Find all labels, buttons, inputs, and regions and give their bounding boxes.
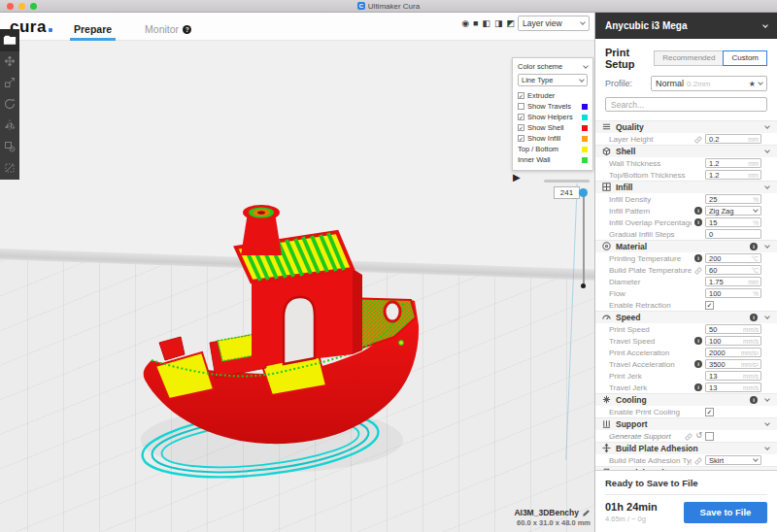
rotate-tool-icon [4, 96, 16, 114]
tab-monitor[interactable]: Monitor ? [141, 23, 195, 41]
link-icon[interactable] [694, 451, 702, 469]
info-icon[interactable]: i [694, 207, 702, 215]
link-icon[interactable] [685, 427, 693, 445]
color-scheme-dropdown[interactable]: Line Type [518, 74, 588, 86]
settings-section-quality[interactable]: Quality [595, 120, 777, 133]
flow-input[interactable]: 100% [705, 288, 761, 298]
settings-section-speed[interactable]: Speedi [595, 311, 777, 323]
build-plate-adhesion-type-dropdown[interactable]: Skirt [705, 455, 761, 465]
layer-slider-track[interactable] [583, 192, 585, 287]
enable-print-cooling-checkbox[interactable]: ✓ [705, 408, 714, 416]
travel-acceleration-input[interactable]: 3500mm/s² [705, 359, 761, 369]
profile-dropdown[interactable]: Normal 0.2mm ★ [651, 76, 767, 91]
recommended-mode-button[interactable]: Recommended [654, 50, 724, 66]
current-layer-value[interactable]: 241 [554, 186, 580, 199]
setting-control: 100% [705, 288, 761, 298]
settings-section-material[interactable]: Materiali [595, 240, 777, 252]
simulation-path-slider[interactable] [544, 180, 590, 183]
chevron-down-icon [764, 243, 770, 249]
travel-jerk-input[interactable]: 13mm/s [705, 382, 761, 392]
chevron-down-icon [764, 445, 770, 450]
print-speed-input[interactable]: 50mm/s [705, 324, 761, 334]
build-plate-temperature-input[interactable]: 60°C [705, 265, 761, 275]
scale-tool-button[interactable] [0, 73, 19, 94]
settings-search-input[interactable] [605, 97, 767, 112]
setting-row-travel-acceleration: Travel Accelerationi3500mm/s² [595, 358, 777, 370]
open-file-button[interactable] [0, 29, 19, 51]
benchy-model[interactable] [136, 189, 456, 481]
setting-control: Skirt [705, 455, 761, 465]
tool-sidebar [0, 29, 19, 180]
layer-slider-upper-handle[interactable] [579, 188, 588, 197]
setting-row-top-bottom-thickness: Top/Bottom Thickness1.2mm [595, 169, 777, 181]
custom-mode-button[interactable]: Custom [723, 50, 767, 66]
travel-speed-input[interactable]: 100mm/s [705, 336, 761, 346]
settings-section-build-plate-adhesion[interactable]: Build Plate Adhesion [595, 442, 777, 454]
legend-label: Top / Bottom [518, 145, 582, 153]
info-icon[interactable]: i [694, 360, 702, 368]
info-icon[interactable]: i [694, 383, 702, 391]
section-title: Infill [616, 183, 761, 192]
3d-viewport[interactable]: Color scheme Line Type ✓ExtruderShow Tra… [0, 41, 594, 532]
tab-prepare[interactable]: Prepare [70, 23, 116, 41]
save-to-file-button[interactable]: Save to File [684, 502, 767, 523]
diameter-input[interactable]: 1.75mm [705, 277, 761, 286]
machine-selector[interactable]: Anycubic i3 Mega [595, 13, 777, 39]
info-icon[interactable]: i [750, 314, 758, 321]
show-travels-checkbox[interactable] [518, 103, 524, 110]
rotate-tool-button[interactable] [0, 94, 19, 116]
color-scheme-panel: Color scheme Line Type ✓ExtruderShow Tra… [512, 57, 593, 171]
setting-control [705, 432, 761, 441]
close-window-button[interactable] [7, 3, 14, 10]
link-icon[interactable] [694, 130, 702, 148]
show-infill-checkbox[interactable]: ✓ [518, 135, 524, 142]
info-icon[interactable]: i [750, 396, 758, 404]
view-mode-dropdown[interactable]: Layer view [518, 16, 590, 31]
top-view-button[interactable]: ◧ [482, 18, 490, 28]
generate-support-checkbox[interactable] [705, 432, 714, 441]
setting-unit: mm [748, 160, 760, 167]
printing-temperature-input[interactable]: 200°C [705, 253, 761, 263]
settings-section-infill[interactable]: Infill [595, 181, 777, 193]
mirror-tool-button[interactable] [0, 116, 19, 137]
settings-section-cooling[interactable]: Coolingi [595, 393, 777, 406]
minimize-window-button[interactable] [18, 3, 25, 10]
settings-section-shell[interactable]: Shell [595, 145, 777, 157]
extruder-checkbox[interactable]: ✓ [518, 92, 524, 99]
info-icon[interactable]: i [694, 337, 702, 345]
right-view-button[interactable]: ◩ [506, 18, 515, 28]
collapse-panel-chevron-icon[interactable] [583, 63, 589, 69]
link-icon[interactable] [694, 261, 702, 279]
app-header: cura Prepare Monitor ? ◉■◧◨◩ Layer view [0, 13, 594, 41]
infill-density-input[interactable]: 25% [705, 194, 761, 204]
infill-overlap-percentage-input[interactable]: 15% [705, 217, 761, 227]
info-icon[interactable]: i [750, 243, 758, 250]
revert-icon[interactable]: ↺ [695, 432, 702, 440]
front-view-button[interactable]: ■ [473, 18, 478, 28]
show-helpers-checkbox[interactable]: ✓ [518, 114, 524, 120]
setting-value: 2000 [706, 349, 741, 357]
print-acceleration-input[interactable]: 2000mm/s² [705, 348, 761, 357]
show-shell-checkbox[interactable]: ✓ [518, 124, 524, 131]
cooling-icon [601, 391, 612, 409]
top-bottom-thickness-input[interactable]: 1.2mm [705, 170, 761, 180]
setting-row-printing-temperature: Printing Temperaturei200°C [595, 252, 777, 264]
setting-unit: mm/s [743, 373, 760, 380]
layer-slider-lower-handle[interactable] [581, 283, 586, 288]
wall-thickness-input[interactable]: 1.2mm [705, 158, 761, 168]
zoom-window-button[interactable] [30, 3, 37, 10]
enable-retraction-checkbox[interactable]: ✓ [705, 301, 714, 310]
move-tool-button[interactable] [0, 51, 19, 73]
support-blocker-tool-button[interactable] [0, 158, 19, 180]
gradual-infill-steps-input[interactable]: 0 [705, 229, 761, 239]
info-icon[interactable]: i [694, 218, 702, 226]
3d-view-button[interactable]: ◉ [461, 18, 469, 28]
per-model-settings-tool-button[interactable] [0, 137, 19, 158]
simulation-play-button[interactable]: ▶ [513, 172, 521, 183]
show-infill-swatch [582, 136, 588, 142]
infill-pattern-dropdown[interactable]: Zig Zag [705, 206, 761, 216]
layer-height-input[interactable]: 0.2mm [705, 134, 761, 144]
rename-pencil-icon[interactable] [582, 509, 591, 517]
print-jerk-input[interactable]: 13mm/s [705, 371, 761, 381]
left-view-button[interactable]: ◨ [494, 18, 503, 28]
